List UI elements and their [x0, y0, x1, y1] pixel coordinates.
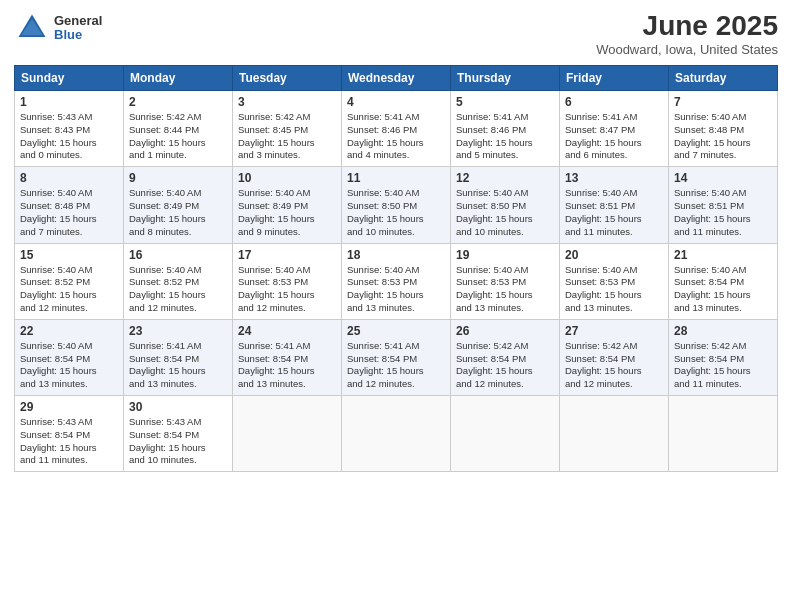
col-tuesday: Tuesday — [233, 66, 342, 91]
day-cell-30: 30 Sunrise: 5:43 AM Sunset: 8:54 PM Dayl… — [124, 396, 233, 472]
col-saturday: Saturday — [669, 66, 778, 91]
day-cell-13: 13 Sunrise: 5:40 AM Sunset: 8:51 PM Dayl… — [560, 167, 669, 243]
week-row-4: 22 Sunrise: 5:40 AM Sunset: 8:54 PM Dayl… — [15, 319, 778, 395]
logo: General Blue — [14, 10, 102, 46]
col-friday: Friday — [560, 66, 669, 91]
day-cell-25: 25 Sunrise: 5:41 AM Sunset: 8:54 PM Dayl… — [342, 319, 451, 395]
logo-text: General Blue — [54, 14, 102, 43]
empty-cell — [451, 396, 560, 472]
day-cell-12: 12 Sunrise: 5:40 AM Sunset: 8:50 PM Dayl… — [451, 167, 560, 243]
week-row-3: 15 Sunrise: 5:40 AM Sunset: 8:52 PM Dayl… — [15, 243, 778, 319]
location: Woodward, Iowa, United States — [596, 42, 778, 57]
logo-blue: Blue — [54, 28, 102, 42]
day-cell-5: 5 Sunrise: 5:41 AM Sunset: 8:46 PM Dayli… — [451, 91, 560, 167]
day-cell-15: 15 Sunrise: 5:40 AM Sunset: 8:52 PM Dayl… — [15, 243, 124, 319]
day-cell-8: 8 Sunrise: 5:40 AM Sunset: 8:48 PM Dayli… — [15, 167, 124, 243]
day-cell-28: 28 Sunrise: 5:42 AM Sunset: 8:54 PM Dayl… — [669, 319, 778, 395]
day-cell-4: 4 Sunrise: 5:41 AM Sunset: 8:46 PM Dayli… — [342, 91, 451, 167]
empty-cell — [342, 396, 451, 472]
day-cell-1: 1 Sunrise: 5:43 AM Sunset: 8:43 PM Dayli… — [15, 91, 124, 167]
day-cell-11: 11 Sunrise: 5:40 AM Sunset: 8:50 PM Dayl… — [342, 167, 451, 243]
day-cell-21: 21 Sunrise: 5:40 AM Sunset: 8:54 PM Dayl… — [669, 243, 778, 319]
empty-cell — [233, 396, 342, 472]
logo-general: General — [54, 14, 102, 28]
logo-icon — [14, 10, 50, 46]
day-cell-27: 27 Sunrise: 5:42 AM Sunset: 8:54 PM Dayl… — [560, 319, 669, 395]
day-cell-23: 23 Sunrise: 5:41 AM Sunset: 8:54 PM Dayl… — [124, 319, 233, 395]
header: General Blue June 2025 Woodward, Iowa, U… — [14, 10, 778, 57]
day-cell-26: 26 Sunrise: 5:42 AM Sunset: 8:54 PM Dayl… — [451, 319, 560, 395]
title-area: June 2025 Woodward, Iowa, United States — [596, 10, 778, 57]
day-cell-17: 17 Sunrise: 5:40 AM Sunset: 8:53 PM Dayl… — [233, 243, 342, 319]
day-cell-20: 20 Sunrise: 5:40 AM Sunset: 8:53 PM Dayl… — [560, 243, 669, 319]
day-cell-16: 16 Sunrise: 5:40 AM Sunset: 8:52 PM Dayl… — [124, 243, 233, 319]
page: General Blue June 2025 Woodward, Iowa, U… — [0, 0, 792, 612]
day-cell-3: 3 Sunrise: 5:42 AM Sunset: 8:45 PM Dayli… — [233, 91, 342, 167]
week-row-5: 29 Sunrise: 5:43 AM Sunset: 8:54 PM Dayl… — [15, 396, 778, 472]
day-cell-22: 22 Sunrise: 5:40 AM Sunset: 8:54 PM Dayl… — [15, 319, 124, 395]
day-cell-2: 2 Sunrise: 5:42 AM Sunset: 8:44 PM Dayli… — [124, 91, 233, 167]
day-cell-18: 18 Sunrise: 5:40 AM Sunset: 8:53 PM Dayl… — [342, 243, 451, 319]
calendar-header-row: Sunday Monday Tuesday Wednesday Thursday… — [15, 66, 778, 91]
day-cell-9: 9 Sunrise: 5:40 AM Sunset: 8:49 PM Dayli… — [124, 167, 233, 243]
day-cell-7: 7 Sunrise: 5:40 AM Sunset: 8:48 PM Dayli… — [669, 91, 778, 167]
empty-cell — [669, 396, 778, 472]
col-monday: Monday — [124, 66, 233, 91]
col-wednesday: Wednesday — [342, 66, 451, 91]
month-title: June 2025 — [596, 10, 778, 42]
day-cell-6: 6 Sunrise: 5:41 AM Sunset: 8:47 PM Dayli… — [560, 91, 669, 167]
col-sunday: Sunday — [15, 66, 124, 91]
calendar: Sunday Monday Tuesday Wednesday Thursday… — [14, 65, 778, 472]
empty-cell — [560, 396, 669, 472]
week-row-1: 1 Sunrise: 5:43 AM Sunset: 8:43 PM Dayli… — [15, 91, 778, 167]
day-cell-29: 29 Sunrise: 5:43 AM Sunset: 8:54 PM Dayl… — [15, 396, 124, 472]
week-row-2: 8 Sunrise: 5:40 AM Sunset: 8:48 PM Dayli… — [15, 167, 778, 243]
day-cell-19: 19 Sunrise: 5:40 AM Sunset: 8:53 PM Dayl… — [451, 243, 560, 319]
col-thursday: Thursday — [451, 66, 560, 91]
day-cell-14: 14 Sunrise: 5:40 AM Sunset: 8:51 PM Dayl… — [669, 167, 778, 243]
day-cell-10: 10 Sunrise: 5:40 AM Sunset: 8:49 PM Dayl… — [233, 167, 342, 243]
day-cell-24: 24 Sunrise: 5:41 AM Sunset: 8:54 PM Dayl… — [233, 319, 342, 395]
